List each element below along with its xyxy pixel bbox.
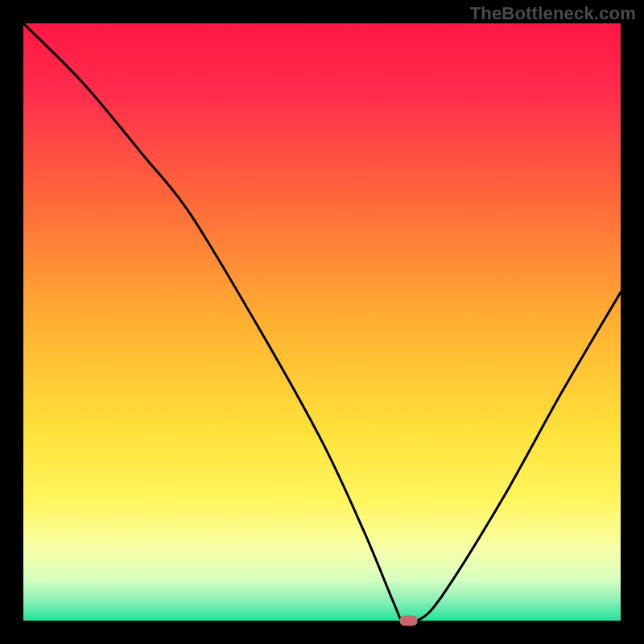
chart-container: TheBottleneck.com xyxy=(0,0,644,644)
optimal-point-marker xyxy=(400,616,418,626)
bottleneck-chart xyxy=(0,0,644,644)
watermark-text: TheBottleneck.com xyxy=(470,3,636,24)
chart-background-gradient xyxy=(23,23,621,621)
